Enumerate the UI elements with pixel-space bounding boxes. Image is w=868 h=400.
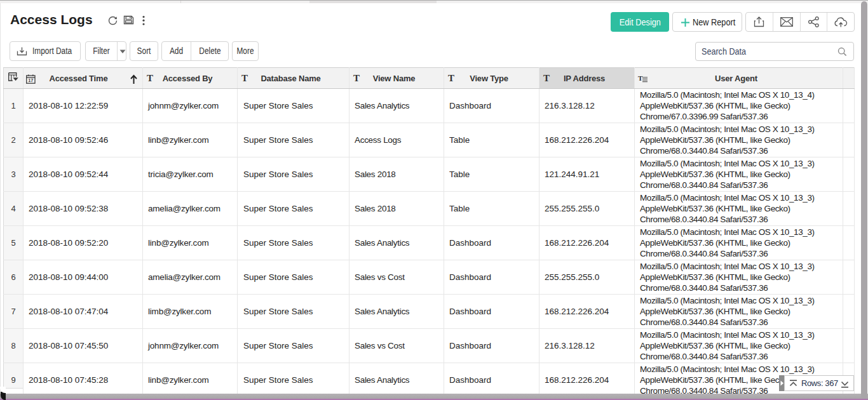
svg-text:17: 17 (29, 78, 34, 83)
